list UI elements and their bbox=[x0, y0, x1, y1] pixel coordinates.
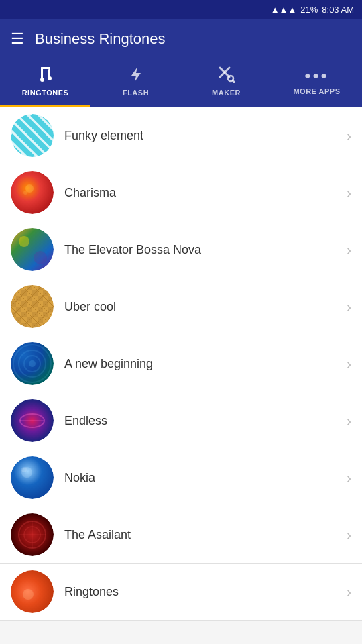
thumb-elevator bbox=[11, 228, 54, 271]
tab-maker[interactable]: MAKER bbox=[181, 59, 272, 105]
ringtone-name: Funky element bbox=[64, 129, 341, 143]
app-title: Business Ringtones bbox=[35, 30, 165, 48]
chevron-icon: › bbox=[347, 185, 351, 201]
tab-ringtones[interactable]: RINGTONES bbox=[0, 59, 90, 105]
thumb-endless bbox=[11, 399, 54, 442]
thumb-asailant bbox=[11, 513, 54, 556]
svg-point-20 bbox=[11, 171, 54, 214]
chevron-icon: › bbox=[347, 584, 351, 600]
tab-more-label: MORE APPS bbox=[293, 87, 340, 95]
flash-tab-icon bbox=[127, 66, 145, 86]
svg-point-25 bbox=[34, 251, 47, 264]
ringtone-list: Funky element › Charisma › bbox=[0, 107, 362, 621]
svg-point-43 bbox=[21, 467, 27, 472]
tab-flash-label: FLASH bbox=[123, 89, 149, 97]
signal-icon: ▲▲▲ bbox=[271, 5, 297, 15]
tab-flash[interactable]: FLASH bbox=[90, 59, 181, 105]
ringtone-name: Uber cool bbox=[64, 300, 341, 314]
list-item[interactable]: Nokia › bbox=[0, 449, 362, 506]
svg-line-9 bbox=[233, 80, 235, 83]
svg-point-50 bbox=[23, 589, 34, 600]
list-item[interactable]: Uber cool › bbox=[0, 278, 362, 335]
list-item[interactable]: Ringtones › bbox=[0, 564, 362, 621]
list-item[interactable]: Funky element › bbox=[0, 107, 362, 164]
thumb-beginning bbox=[11, 342, 54, 385]
list-item[interactable]: Endless › bbox=[0, 392, 362, 449]
svg-rect-1 bbox=[41, 67, 43, 79]
svg-point-3 bbox=[40, 78, 44, 82]
svg-point-4 bbox=[48, 76, 52, 80]
thumb-charisma bbox=[11, 171, 54, 214]
svg-point-32 bbox=[11, 285, 54, 328]
chevron-icon: › bbox=[347, 413, 351, 429]
ringtone-name: The Elevator Bossa Nova bbox=[64, 243, 341, 257]
tab-maker-label: MAKER bbox=[212, 89, 241, 97]
svg-point-22 bbox=[23, 191, 27, 195]
status-bar: ▲▲▲ 21% 8:03 AM bbox=[0, 0, 362, 19]
ringtone-name: Ringtones bbox=[64, 585, 341, 599]
list-item[interactable]: The Elevator Bossa Nova › bbox=[0, 221, 362, 278]
list-item[interactable]: A new beginning › bbox=[0, 335, 362, 392]
ringtone-name: The Asailant bbox=[64, 528, 341, 542]
chevron-icon: › bbox=[347, 356, 351, 372]
ringtone-name: Nokia bbox=[64, 471, 341, 485]
svg-point-41 bbox=[11, 456, 54, 499]
thumb-nokia bbox=[11, 456, 54, 499]
tab-more[interactable]: ••• MORE APPS bbox=[272, 59, 362, 105]
menu-icon[interactable]: ☰ bbox=[11, 32, 24, 46]
ringtone-name: A new beginning bbox=[64, 357, 341, 371]
app-header: ☰ Business Ringtones bbox=[0, 19, 362, 59]
thumb-funky bbox=[11, 114, 54, 157]
maker-tab-icon bbox=[218, 66, 235, 86]
thumb-ringtones bbox=[11, 570, 54, 613]
time-text: 8:03 AM bbox=[322, 5, 354, 15]
chevron-icon: › bbox=[347, 242, 351, 258]
svg-point-37 bbox=[29, 360, 36, 367]
svg-point-23 bbox=[11, 228, 54, 271]
more-tab-icon: ••• bbox=[304, 67, 328, 85]
tab-ringtones-label: RINGTONES bbox=[22, 89, 69, 97]
list-item[interactable]: Charisma › bbox=[0, 164, 362, 221]
ringtone-name: Charisma bbox=[64, 186, 341, 200]
ringtones-tab-icon bbox=[37, 66, 54, 86]
ringtone-name: Endless bbox=[64, 414, 341, 428]
chevron-icon: › bbox=[347, 470, 351, 486]
svg-point-24 bbox=[19, 236, 29, 247]
svg-marker-5 bbox=[131, 67, 141, 82]
battery-text: 21% bbox=[300, 5, 318, 15]
chevron-icon: › bbox=[347, 527, 351, 543]
list-item[interactable]: The Asailant › bbox=[0, 506, 362, 564]
tab-bar: RINGTONES FLASH MAKER ••• MORE APPS bbox=[0, 59, 362, 107]
thumb-uber bbox=[11, 285, 54, 328]
chevron-icon: › bbox=[347, 128, 351, 144]
chevron-icon: › bbox=[347, 299, 351, 315]
